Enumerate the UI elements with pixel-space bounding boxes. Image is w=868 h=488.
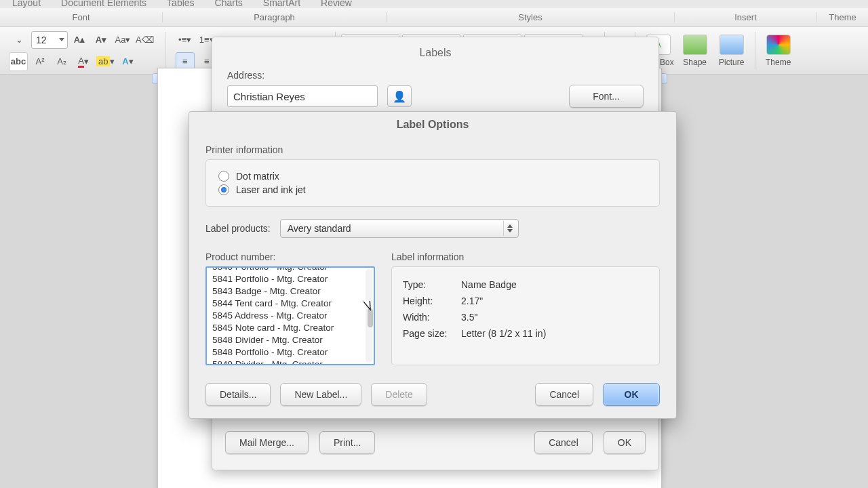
grow-font-icon[interactable]: A▴ bbox=[70, 30, 89, 49]
printer-info-label: Printer information bbox=[205, 144, 660, 155]
radio-laser-inkjet[interactable]: Laser and ink jet bbox=[218, 184, 647, 195]
group-paragraph-label: Paragraph bbox=[163, 12, 387, 22]
radio-dot-matrix[interactable]: Dot matrix bbox=[218, 171, 647, 182]
info-height-value: 2.17" bbox=[461, 296, 483, 306]
ribbon-tab[interactable]: Review bbox=[311, 0, 361, 8]
ribbon-tab[interactable]: Charts bbox=[205, 0, 252, 8]
radio-icon bbox=[218, 171, 229, 182]
change-case-icon[interactable]: Aa▾ bbox=[113, 30, 132, 49]
bold-icon[interactable]: abc bbox=[9, 52, 28, 71]
font-button[interactable]: Font... bbox=[569, 85, 644, 108]
ribbon-tab[interactable]: Tables bbox=[157, 0, 203, 8]
delete-button[interactable]: Delete bbox=[371, 383, 427, 406]
label-products-label: Label products: bbox=[205, 223, 271, 234]
text-effects-icon[interactable]: A▾ bbox=[118, 52, 137, 71]
product-number-listbox[interactable]: 5840 Portfolio - Mtg. Creator 5841 Portf… bbox=[205, 266, 375, 365]
insert-picture[interactable]: Picture bbox=[714, 35, 749, 67]
info-type-value: Name Badge bbox=[461, 279, 517, 290]
address-label: Address: bbox=[227, 70, 644, 81]
ribbon-group-labels: Font Paragraph Styles Insert Theme bbox=[0, 8, 868, 27]
font-size-input[interactable]: 12 bbox=[31, 31, 68, 49]
chevron-updown-icon bbox=[503, 221, 517, 236]
labels-cancel-button[interactable]: Cancel bbox=[534, 431, 593, 454]
address-book-icon[interactable]: 👤 bbox=[387, 85, 412, 107]
label-information-header: Label information bbox=[391, 251, 660, 262]
info-width-key: Width: bbox=[403, 312, 461, 323]
themes-button[interactable]: Theme bbox=[761, 35, 796, 67]
bullets-icon[interactable]: •≡▾ bbox=[176, 30, 195, 49]
dialog-title: Label Options bbox=[189, 112, 676, 136]
new-label-button[interactable]: New Label... bbox=[280, 383, 361, 406]
list-item[interactable]: 5844 Tent card - Mtg. Creator bbox=[211, 298, 364, 310]
info-pagesize-value: Letter (8 1/2 x 11 in) bbox=[461, 328, 546, 339]
list-item[interactable]: 5845 Note card - Mtg. Creator bbox=[211, 322, 364, 334]
list-item[interactable]: 5845 Address - Mtg. Creator bbox=[211, 310, 364, 322]
list-item[interactable]: 5843 Badge - Mtg. Creator bbox=[211, 285, 364, 298]
product-number-label: Product number: bbox=[205, 251, 375, 262]
list-item[interactable]: 5840 Portfolio - Mtg. Creator bbox=[211, 266, 364, 273]
label-information-box: Type:Name Badge Height:2.17" Width:3.5" … bbox=[391, 266, 660, 365]
radio-laser-label: Laser and ink jet bbox=[236, 184, 306, 195]
radio-dot-label: Dot matrix bbox=[236, 171, 279, 182]
details-button[interactable]: Details... bbox=[205, 383, 271, 406]
cancel-button[interactable]: Cancel bbox=[535, 383, 593, 406]
radio-icon bbox=[218, 184, 229, 195]
list-item[interactable]: 5848 Portfolio - Mtg. Creator bbox=[211, 346, 364, 359]
font-color-icon[interactable]: A▾ bbox=[74, 52, 93, 71]
info-pagesize-key: Page size: bbox=[403, 328, 461, 339]
group-insert-label: Insert bbox=[675, 12, 817, 22]
labels-sheet-title: Labels bbox=[212, 37, 658, 66]
group-styles-label: Styles bbox=[387, 12, 675, 22]
subscript-icon[interactable]: A₂ bbox=[52, 52, 71, 71]
address-input[interactable] bbox=[227, 85, 378, 107]
label-products-select[interactable]: Avery standard bbox=[280, 219, 519, 238]
labels-ok-button[interactable]: OK bbox=[604, 431, 646, 454]
info-type-key: Type: bbox=[403, 279, 461, 290]
printer-info-group: Dot matrix Laser and ink jet bbox=[205, 159, 660, 207]
info-height-key: Height: bbox=[403, 296, 461, 306]
shrink-font-icon[interactable]: A▾ bbox=[92, 30, 111, 49]
font-name-dropdown[interactable]: ⌄ bbox=[9, 30, 29, 49]
mail-merge-button[interactable]: Mail Merge... bbox=[225, 431, 309, 454]
info-width-value: 3.5" bbox=[461, 312, 477, 323]
ok-button[interactable]: OK bbox=[603, 383, 660, 406]
ribbon-tab[interactable]: Document Elements bbox=[52, 0, 156, 8]
labels-sheet-footer: Mail Merge... Print... Cancel OK bbox=[225, 431, 646, 454]
superscript-icon[interactable]: A² bbox=[31, 52, 50, 71]
print-button[interactable]: Print... bbox=[319, 431, 375, 454]
list-item[interactable]: 5849 Divider - Mtg. Creator bbox=[211, 359, 364, 365]
list-item[interactable]: 5848 Divider - Mtg. Creator bbox=[211, 334, 364, 346]
ribbon-tab[interactable]: SmartArt bbox=[254, 0, 310, 8]
label-options-dialog: Label Options Printer information Dot ma… bbox=[189, 111, 677, 419]
list-item[interactable]: 5841 Portfolio - Mtg. Creator bbox=[211, 273, 364, 285]
highlight-icon[interactable]: ab▾ bbox=[96, 52, 115, 71]
insert-shape[interactable]: Shape bbox=[677, 35, 713, 67]
clear-formatting-icon[interactable]: A⌫ bbox=[135, 30, 155, 49]
group-font-label: Font bbox=[0, 12, 163, 22]
scrollbar-thumb[interactable] bbox=[368, 308, 373, 327]
ribbon-tabs: Layout Document Elements Tables Charts S… bbox=[0, 0, 868, 8]
ribbon-tab[interactable]: Layout bbox=[3, 0, 50, 8]
group-themes-label: Theme bbox=[817, 12, 868, 22]
